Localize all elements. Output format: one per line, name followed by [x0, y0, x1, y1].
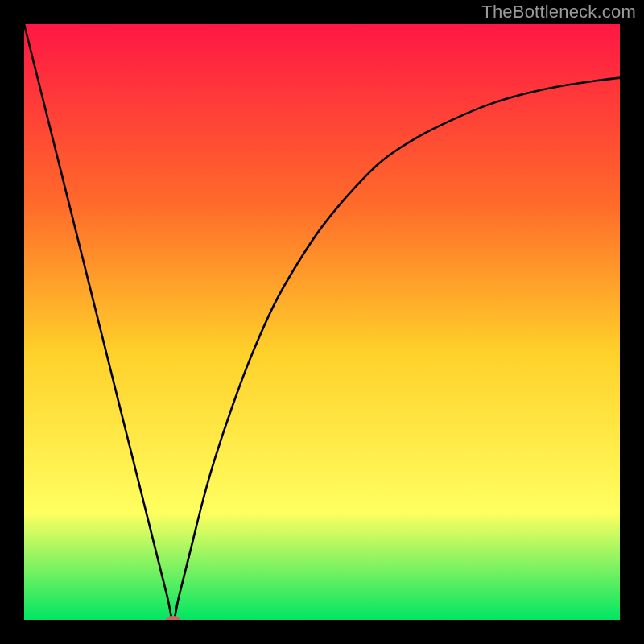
chart-frame: TheBottleneck.com — [0, 0, 644, 644]
plot-background — [24, 24, 620, 620]
watermark-text: TheBottleneck.com — [481, 2, 636, 23]
chart-svg — [24, 24, 620, 620]
plot-area — [24, 24, 620, 620]
